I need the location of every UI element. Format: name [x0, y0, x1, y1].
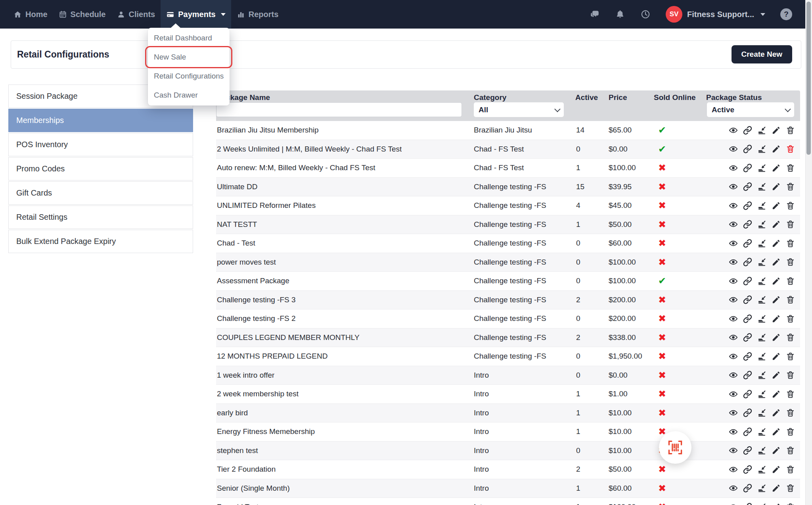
view-button[interactable]: [729, 239, 738, 248]
sidebar-item[interactable]: Retail Settings: [8, 205, 193, 229]
create-new-button[interactable]: Create New: [732, 45, 793, 63]
view-button[interactable]: [729, 257, 738, 267]
edit-button[interactable]: [772, 408, 781, 417]
link-button[interactable]: [743, 182, 752, 191]
import-button[interactable]: [757, 408, 766, 417]
view-button[interactable]: [729, 484, 738, 493]
delete-button[interactable]: [786, 220, 795, 229]
import-button[interactable]: [757, 390, 766, 399]
delete-button[interactable]: [786, 352, 795, 361]
link-button[interactable]: [743, 352, 752, 361]
delete-button[interactable]: [786, 257, 795, 267]
view-button[interactable]: [729, 144, 738, 154]
scrollbar-thumb[interactable]: [806, 2, 811, 155]
delete-button[interactable]: [786, 446, 795, 455]
delete-button[interactable]: [786, 484, 795, 493]
edit-button[interactable]: [772, 484, 781, 493]
delete-button[interactable]: [786, 503, 795, 505]
payments-menu-item[interactable]: Retail Configurations: [148, 67, 230, 86]
edit-button[interactable]: [772, 446, 781, 455]
import-button[interactable]: [757, 427, 766, 436]
view-button[interactable]: [729, 220, 738, 229]
view-button[interactable]: [729, 371, 738, 380]
nav-item-reports[interactable]: Reports: [231, 0, 284, 29]
link-button[interactable]: [743, 333, 752, 342]
edit-button[interactable]: [772, 220, 781, 229]
edit-button[interactable]: [772, 427, 781, 436]
view-button[interactable]: [729, 390, 738, 399]
view-button[interactable]: [729, 163, 738, 173]
import-button[interactable]: [757, 144, 766, 154]
link-button[interactable]: [743, 163, 752, 173]
view-button[interactable]: [729, 446, 738, 455]
delete-button[interactable]: [786, 201, 795, 210]
sidebar-item[interactable]: Bulk Extend Package Expiry: [8, 230, 193, 253]
view-button[interactable]: [729, 352, 738, 361]
link-button[interactable]: [743, 277, 752, 286]
view-button[interactable]: [729, 126, 738, 135]
edit-button[interactable]: [772, 295, 781, 304]
import-button[interactable]: [757, 333, 766, 342]
import-button[interactable]: [757, 503, 766, 505]
link-button[interactable]: [743, 201, 752, 210]
history-button[interactable]: [640, 9, 651, 19]
nav-item-schedule[interactable]: Schedule: [53, 0, 111, 29]
delete-button[interactable]: [786, 295, 795, 304]
edit-button[interactable]: [772, 314, 781, 323]
import-button[interactable]: [757, 314, 766, 323]
link-button[interactable]: [743, 126, 752, 135]
edit-button[interactable]: [772, 163, 781, 173]
link-button[interactable]: [743, 239, 752, 248]
delete-button[interactable]: [786, 144, 795, 154]
delete-button[interactable]: [786, 390, 795, 399]
delete-button[interactable]: [786, 465, 795, 474]
link-button[interactable]: [743, 390, 752, 399]
delete-button[interactable]: [786, 277, 795, 286]
view-button[interactable]: [729, 314, 738, 323]
delete-button[interactable]: [786, 239, 795, 248]
delete-button[interactable]: [786, 182, 795, 191]
link-button[interactable]: [743, 446, 752, 455]
edit-button[interactable]: [772, 277, 781, 286]
import-button[interactable]: [757, 220, 766, 229]
delete-button[interactable]: [786, 427, 795, 436]
link-button[interactable]: [743, 465, 752, 474]
nav-item-home[interactable]: Home: [8, 0, 53, 29]
edit-button[interactable]: [772, 201, 781, 210]
payments-menu-item[interactable]: Cash Drawer: [148, 86, 230, 105]
view-button[interactable]: [729, 408, 738, 417]
import-button[interactable]: [757, 126, 766, 135]
edit-button[interactable]: [772, 239, 781, 248]
link-button[interactable]: [743, 220, 752, 229]
notifications-button[interactable]: [615, 9, 625, 19]
import-button[interactable]: [757, 277, 766, 286]
import-button[interactable]: [757, 295, 766, 304]
edit-button[interactable]: [772, 352, 781, 361]
view-button[interactable]: [729, 427, 738, 436]
edit-button[interactable]: [772, 503, 781, 505]
link-button[interactable]: [743, 144, 752, 154]
package-name-filter-input[interactable]: [216, 102, 462, 117]
category-select[interactable]: All: [474, 102, 564, 117]
delete-button[interactable]: [786, 163, 795, 173]
delete-button[interactable]: [786, 408, 795, 417]
payments-menu-item[interactable]: New Sale: [148, 48, 230, 67]
sidebar-item[interactable]: Memberships: [8, 109, 193, 132]
help-button[interactable]: ?: [780, 8, 792, 20]
edit-button[interactable]: [772, 182, 781, 191]
import-button[interactable]: [757, 465, 766, 474]
import-button[interactable]: [757, 352, 766, 361]
link-button[interactable]: [743, 484, 752, 493]
edit-button[interactable]: [772, 333, 781, 342]
user-menu[interactable]: SV Fitness Support...: [666, 6, 765, 23]
link-button[interactable]: [743, 503, 752, 505]
sidebar-item[interactable]: POS Inventory: [8, 133, 193, 156]
edit-button[interactable]: [772, 390, 781, 399]
delete-button[interactable]: [786, 371, 795, 380]
edit-button[interactable]: [772, 144, 781, 154]
link-button[interactable]: [743, 408, 752, 417]
edit-button[interactable]: [772, 465, 781, 474]
delete-button[interactable]: [786, 333, 795, 342]
sidebar-item[interactable]: Gift Cards: [8, 181, 193, 205]
payments-menu-item[interactable]: Retail Dashboard: [148, 29, 230, 48]
